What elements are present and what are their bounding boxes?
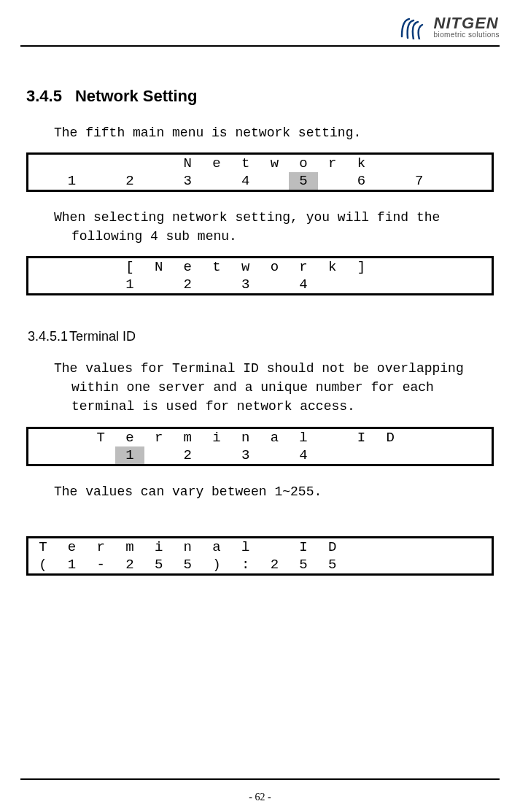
header-bar: NITGEN biometric solutions xyxy=(20,15,500,42)
lcd-cell: T xyxy=(86,429,115,446)
lcd-cell: 1 xyxy=(58,556,87,573)
lcd-cell: w xyxy=(231,258,260,276)
lcd-cell: ] xyxy=(347,258,376,276)
lcd-cell: a xyxy=(260,429,290,446)
lcd-cell: e xyxy=(173,258,202,276)
lcd-cell: k xyxy=(347,155,376,172)
lcd-cell: 5 xyxy=(289,556,318,573)
lcd-cell xyxy=(347,276,376,293)
lcd-cell xyxy=(434,155,463,172)
lcd-cell: 2 xyxy=(115,172,144,190)
lcd-cell: 4 xyxy=(289,446,318,464)
lcd-cell: l xyxy=(289,429,318,446)
lcd-cell xyxy=(202,276,231,293)
page-content: 3.4.5Network Setting The fifth main menu… xyxy=(20,47,500,576)
lcd-cell xyxy=(144,172,174,190)
lcd-cell: 3 xyxy=(231,276,260,293)
lcd-cell xyxy=(405,556,434,573)
lcd-cell xyxy=(376,538,405,556)
lcd-cell xyxy=(376,276,405,293)
lcd-cell xyxy=(434,538,463,556)
paragraph-submenu: When selecting network setting, you will… xyxy=(44,208,494,246)
lcd-cell xyxy=(462,556,492,573)
lcd-cell xyxy=(405,276,434,293)
subsection-heading: 3.4.5.1Terminal ID xyxy=(28,329,494,344)
lcd-cell xyxy=(462,155,492,172)
lcd-cell xyxy=(28,155,58,172)
lcd-cell: 3 xyxy=(173,172,202,190)
lcd-cell xyxy=(260,446,290,464)
lcd-cell: D xyxy=(376,429,405,446)
lcd-cell: n xyxy=(231,429,260,446)
brand-logo: NITGEN biometric solutions xyxy=(399,15,500,39)
lcd-cell: 7 xyxy=(405,172,434,190)
lcd-cell xyxy=(376,258,405,276)
lcd-cell xyxy=(405,538,434,556)
lcd-display-network-submenu: [Network]1234 xyxy=(26,256,494,295)
lcd-cell xyxy=(86,155,115,172)
lcd-cell xyxy=(434,446,463,464)
lcd-cell: k xyxy=(318,258,347,276)
section-number: 3.4.5 xyxy=(26,87,62,105)
section-title: Network Setting xyxy=(75,87,197,105)
lcd-cell xyxy=(28,276,58,293)
lcd-cell: e xyxy=(202,155,231,172)
lcd-cell xyxy=(58,258,87,276)
lcd-cell: 2 xyxy=(115,556,144,573)
lcd-cell: m xyxy=(115,538,144,556)
lcd-cell: r xyxy=(144,429,174,446)
lcd-cell xyxy=(405,258,434,276)
lcd-cell xyxy=(28,172,58,190)
lcd-cell: 2 xyxy=(173,446,202,464)
lcd-cell xyxy=(318,276,347,293)
lcd-cell xyxy=(376,446,405,464)
lcd-cell xyxy=(58,155,87,172)
lcd-cell xyxy=(115,155,144,172)
lcd-cell: 5 xyxy=(144,556,174,573)
lcd-cell xyxy=(260,172,290,190)
lcd-cell xyxy=(462,258,492,276)
lcd-cell: 5 xyxy=(173,556,202,573)
section-heading: 3.4.5Network Setting xyxy=(26,87,494,106)
lcd-cell: r xyxy=(86,538,115,556)
lcd-cell: r xyxy=(318,155,347,172)
lcd-cell xyxy=(86,276,115,293)
lcd-display-network-menu: Network1234567 xyxy=(26,152,494,192)
lcd-cell xyxy=(144,446,174,464)
lcd-cell xyxy=(86,258,115,276)
lcd-cell: I xyxy=(347,429,376,446)
lcd-cell xyxy=(376,556,405,573)
lcd-cell xyxy=(347,556,376,573)
fingerprint-icon xyxy=(399,15,430,39)
lcd-cell xyxy=(58,446,87,464)
lcd-cell xyxy=(434,276,463,293)
lcd-cell xyxy=(405,429,434,446)
page-number: - 62 - xyxy=(0,792,520,803)
lcd-cell: a xyxy=(202,538,231,556)
lcd-cell: ( xyxy=(28,556,58,573)
lcd-cell xyxy=(347,538,376,556)
lcd-cell: I xyxy=(289,538,318,556)
lcd-display-terminal-id: TerminalID1234 xyxy=(26,427,494,466)
brand-name: NITGEN xyxy=(434,15,500,31)
lcd-cell xyxy=(260,538,290,556)
lcd-cell: 2 xyxy=(260,556,290,573)
lcd-cell xyxy=(58,276,87,293)
lcd-cell: e xyxy=(58,538,87,556)
lcd-cell xyxy=(202,172,231,190)
lcd-cell: t xyxy=(231,155,260,172)
lcd-cell xyxy=(462,172,492,190)
lcd-cell: e xyxy=(115,429,144,446)
lcd-cell: 4 xyxy=(289,276,318,293)
paragraph-terminal-id: The values for Terminal ID should not be… xyxy=(44,359,494,416)
subsection-title: Terminal ID xyxy=(69,329,136,344)
lcd-cell xyxy=(28,258,58,276)
lcd-cell: N xyxy=(144,258,174,276)
lcd-cell xyxy=(405,155,434,172)
lcd-cell xyxy=(434,429,463,446)
lcd-cell: m xyxy=(173,429,202,446)
lcd-cell xyxy=(28,429,58,446)
lcd-cell: - xyxy=(86,556,115,573)
lcd-cell xyxy=(86,446,115,464)
lcd-cell xyxy=(58,429,87,446)
